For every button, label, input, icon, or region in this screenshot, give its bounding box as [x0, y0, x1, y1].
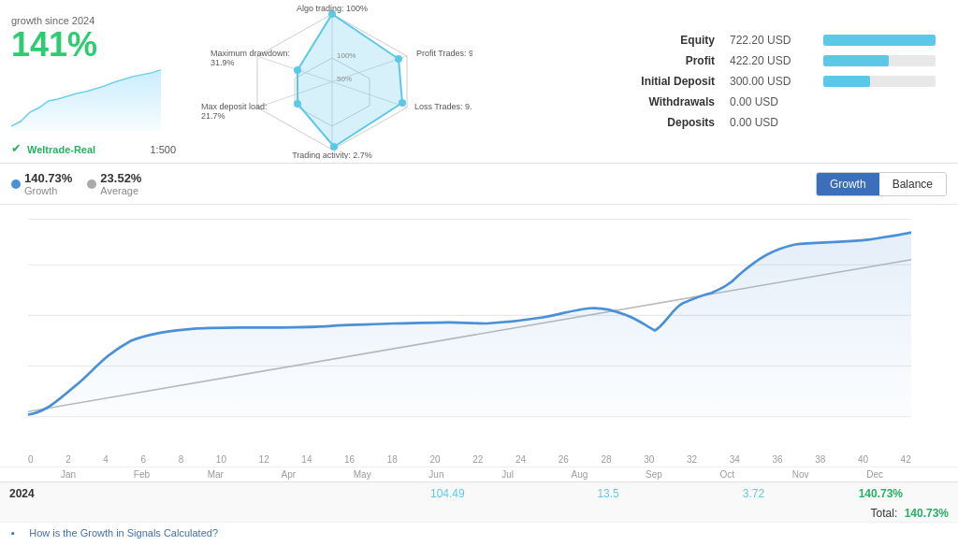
average-legend: 23.52% Average	[87, 171, 141, 196]
stats-row: Initial Deposit 300.00 USD	[492, 71, 943, 92]
growth-legend-value: 140.73%	[24, 171, 72, 185]
stat-bar	[816, 112, 943, 133]
svg-text:21.7%: 21.7%	[201, 111, 225, 121]
feb-value: 13.5	[559, 482, 658, 505]
stat-label: Profit	[492, 50, 722, 71]
total-label: Total:	[871, 507, 898, 520]
empty-cell-1	[108, 482, 153, 505]
average-legend-label: Average	[100, 185, 141, 196]
bottom-stats-table: 2024 104.49 13.5 3.72 140.73% Total: 140…	[0, 481, 958, 522]
stat-bar	[816, 92, 943, 112]
chart-type-toggle[interactable]: Growth Balance	[816, 172, 947, 196]
empty-cell-8	[658, 482, 704, 505]
jan-value: 104.49	[383, 482, 513, 505]
radar-loss-label: Loss Trades: 9.3%	[414, 102, 472, 111]
controls-row: 140.73% Growth 23.52% Average Growth Bal…	[0, 164, 958, 205]
svg-text:50%: 50%	[337, 75, 352, 83]
radar-chart: Algo trading: 100% Profit Trades: 90.7% …	[187, 7, 477, 155]
radar-drawdown-label: Maximum drawdown:	[210, 49, 290, 58]
main-chart: 0% 50% 100% 150% 0 2 4 6 8 10 12 14 16 1…	[0, 205, 958, 467]
svg-point-7	[395, 55, 402, 63]
account-name: Weltrade-Real	[27, 144, 95, 155]
growth-legend: 140.73% Growth	[11, 171, 72, 196]
stat-value: 422.20 USD	[722, 50, 816, 71]
empty-cell-2	[153, 482, 199, 505]
growth-percent-value: 141%	[11, 28, 176, 62]
stat-label: Equity	[492, 30, 722, 50]
stat-bar	[816, 71, 943, 92]
growth-dot	[11, 179, 21, 189]
stats-panel: Equity 722.20 USD Profit 422.20 USD Init…	[477, 7, 958, 155]
radar-activity-label: Trading activity: 2.7%	[292, 151, 372, 159]
stat-label: Withdrawals	[492, 92, 722, 112]
stat-value: 300.00 USD	[722, 71, 816, 92]
growth-help-icon: ▪	[11, 527, 15, 538]
total-value: 140.73%	[905, 507, 949, 520]
stat-label: Initial Deposit	[492, 71, 722, 92]
x-axis-labels: 0 2 4 6 8 10 12 14 16 18 20 22 24 26 28 …	[28, 454, 911, 465]
stat-value: 0.00 USD	[722, 112, 816, 133]
empty-cell-7	[513, 482, 559, 505]
radar-algo-label: Algo trading: 100%	[297, 5, 368, 13]
balance-tab-button[interactable]: Balance	[879, 173, 946, 195]
stats-row: Withdrawals 0.00 USD	[492, 92, 943, 112]
footer: ▪ How is the Growth in Signals Calculate…	[0, 522, 958, 543]
stat-bar	[816, 30, 943, 50]
svg-text:31.9%: 31.9%	[210, 58, 235, 67]
year-cell: 2024	[0, 482, 108, 505]
svg-point-11	[294, 66, 301, 74]
stats-row: Deposits 0.00 USD	[492, 112, 943, 133]
empty-cell-6	[337, 482, 383, 505]
empty-cell-3	[199, 482, 245, 505]
average-dot	[87, 179, 96, 189]
stat-value: 722.20 USD	[722, 30, 816, 50]
month-labels: Jan Feb Mar Apr May Jun Jul Aug Sep Oct …	[0, 467, 958, 481]
average-legend-value: 23.52%	[100, 171, 141, 185]
stat-value: 0.00 USD	[722, 92, 816, 112]
svg-text:100%: 100%	[337, 51, 356, 60]
empty-cell-5	[291, 482, 337, 505]
svg-point-9	[330, 143, 338, 151]
stats-row: 2024 104.49 13.5 3.72 140.73%	[0, 482, 958, 505]
growth-legend-label: Growth	[24, 185, 72, 196]
stats-row: Equity 722.20 USD	[492, 30, 943, 50]
empty-cell-4	[245, 482, 291, 505]
account-leverage: 1:500	[150, 144, 176, 155]
account-checkmark-icon: ✔	[11, 141, 22, 155]
svg-point-10	[294, 100, 301, 108]
growth-help-link[interactable]: How is the Growth in Signals Calculated?	[18, 524, 229, 542]
stat-bar	[816, 50, 943, 71]
chart-svg: 0% 50% 100% 150%	[28, 214, 911, 457]
year-total-value: 140.73%	[804, 482, 958, 505]
growth-tab-button[interactable]: Growth	[817, 173, 879, 195]
stats-row: Profit 422.20 USD	[492, 50, 943, 71]
radar-profit-label: Profit Trades: 90.7%	[416, 49, 472, 58]
mini-chart	[11, 65, 161, 131]
radar-deposit-load-label: Max deposit load:	[201, 102, 268, 111]
svg-point-8	[399, 99, 406, 107]
mar-value: 3.72	[704, 482, 803, 505]
stat-label: Deposits	[492, 112, 722, 133]
